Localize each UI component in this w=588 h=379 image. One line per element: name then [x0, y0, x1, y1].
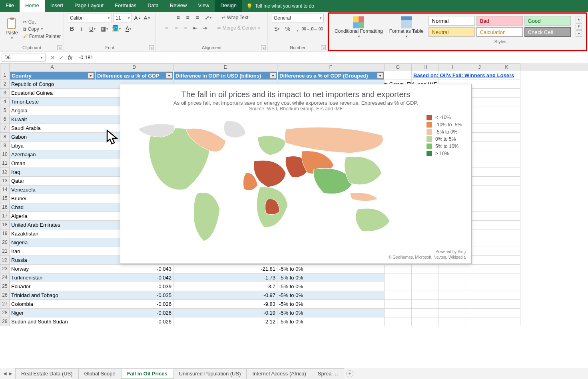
col-header-G[interactable]: G [385, 63, 412, 71]
cell[interactable] [493, 133, 520, 142]
fill-color-button[interactable]: 🪣▾ [111, 25, 122, 33]
cell-country[interactable]: Brunei [10, 194, 95, 203]
row-header[interactable]: 2 [0, 80, 10, 89]
row-header[interactable]: 6 [0, 115, 10, 124]
cell[interactable] [385, 300, 412, 309]
col-header-D[interactable]: D [95, 63, 173, 71]
cell[interactable] [493, 247, 520, 256]
col-header-F[interactable]: F [277, 63, 385, 71]
align-right-button[interactable]: ≡ [182, 24, 190, 32]
enter-formula-button[interactable]: ✓ [59, 54, 64, 61]
cell-country[interactable]: Oman [10, 159, 95, 168]
align-middle-button[interactable]: ≡ [184, 14, 192, 22]
cell[interactable] [493, 159, 520, 168]
cell[interactable] [385, 71, 412, 80]
cell-country[interactable]: Equatorial Guinea [10, 89, 95, 98]
tab-review[interactable]: Review [164, 0, 193, 12]
cell[interactable] [466, 71, 493, 80]
cell-country[interactable]: Kuwait [10, 115, 95, 124]
cell-diff-pct[interactable]: -0.042 [95, 273, 173, 282]
cell[interactable] [493, 282, 520, 291]
row-header[interactable]: 26 [0, 291, 10, 300]
borders-button[interactable]: ▦▾ [99, 25, 110, 33]
cell[interactable] [439, 300, 466, 309]
align-bottom-button[interactable]: ≡ [193, 14, 201, 22]
cell-country[interactable]: Qatar [10, 177, 95, 186]
row-header[interactable]: 16 [0, 203, 10, 212]
cell[interactable] [493, 221, 520, 229]
sheet-tab[interactable]: Real Estate Data (US) [15, 368, 79, 379]
cell[interactable] [466, 309, 493, 317]
format-as-table-button[interactable]: Format as Table▼ [388, 16, 425, 39]
cell-country[interactable]: Azerbaijan [10, 150, 95, 159]
cell[interactable] [493, 98, 520, 106]
cell-diff-group[interactable]: -5% to 0% [277, 291, 385, 300]
col-header-K[interactable]: K [493, 63, 520, 71]
row-header[interactable]: 15 [0, 194, 10, 203]
italic-button[interactable]: I [78, 25, 86, 33]
select-all-corner[interactable] [0, 63, 10, 71]
row-header[interactable]: 9 [0, 142, 10, 150]
decrease-indent-button[interactable]: ⇤ [191, 24, 199, 32]
cell[interactable] [466, 300, 493, 309]
cell[interactable] [493, 291, 520, 300]
cell[interactable] [385, 291, 412, 300]
cell-diff-pct[interactable]: -0.043 [95, 265, 173, 273]
orientation-button[interactable]: ⤢▾ [203, 14, 213, 22]
cell-country[interactable]: Nigeria [10, 238, 95, 247]
row-header[interactable]: 3 [0, 89, 10, 98]
cell[interactable] [439, 291, 466, 300]
cell-country[interactable]: Republic of Congo [10, 80, 95, 89]
cell[interactable] [493, 186, 520, 194]
col-header-I[interactable]: I [439, 63, 466, 71]
cell[interactable] [385, 282, 412, 291]
cell-diff-pct[interactable]: -0.039 [95, 282, 173, 291]
new-sheet-button[interactable]: ＋ [346, 370, 353, 377]
tab-data[interactable]: Data [142, 0, 164, 12]
row-header[interactable]: 24 [0, 273, 10, 282]
based-on-link[interactable]: Based on: Oil's Fall: Winners and Losers [412, 71, 439, 80]
cell[interactable] [466, 317, 493, 326]
increase-indent-button[interactable]: ⇥ [201, 24, 209, 32]
cell[interactable] [466, 291, 493, 300]
header-diff-pct[interactable]: Difference as a % of GDP▾ [95, 71, 173, 80]
cell[interactable] [412, 309, 439, 317]
cut-button[interactable]: ✂Cut [22, 19, 62, 25]
cell-country[interactable]: Chad [10, 203, 95, 212]
tab-design[interactable]: Design [215, 0, 242, 12]
cell[interactable] [493, 238, 520, 247]
row-header[interactable]: 4 [0, 98, 10, 106]
cell[interactable] [439, 309, 466, 317]
cell-diff-group[interactable]: -5% to 0% [277, 265, 385, 273]
cell-country[interactable]: United Arab Emirates [10, 221, 95, 229]
clipboard-launcher[interactable]: ↘ [57, 45, 62, 50]
cancel-formula-button[interactable]: ✕ [50, 54, 55, 61]
cell-diff-pct[interactable]: -0.026 [95, 309, 173, 317]
row-header[interactable]: 11 [0, 159, 10, 168]
cell-country[interactable]: Colombia [10, 300, 95, 309]
col-header-E[interactable]: E [173, 63, 277, 71]
font-color-button[interactable]: A▾ [123, 25, 134, 33]
row-header[interactable]: 10 [0, 150, 10, 159]
cell-diff-usd[interactable]: -1.73 [173, 273, 277, 282]
cell[interactable] [493, 212, 520, 221]
cell-diff-usd[interactable]: -2.12 [173, 317, 277, 326]
cell[interactable] [385, 273, 412, 282]
filter-icon[interactable]: ▾ [377, 72, 383, 79]
cell-diff-usd[interactable]: -3.7 [173, 282, 277, 291]
cell-country[interactable]: Gabon [10, 133, 95, 142]
cell-country[interactable]: Kazakhstan [10, 229, 95, 238]
row-header[interactable]: 22 [0, 256, 10, 265]
row-header[interactable]: 21 [0, 247, 10, 256]
cell-country[interactable]: Saudi Arabia [10, 124, 95, 133]
cell[interactable] [493, 80, 520, 89]
paste-button[interactable]: Paste ▼ [4, 17, 20, 41]
tab-formulas[interactable]: Formulas [109, 0, 142, 12]
tab-insert[interactable]: Insert [45, 0, 69, 12]
cell-country[interactable]: Niger [10, 309, 95, 317]
cell[interactable] [412, 291, 439, 300]
row-header[interactable]: 23 [0, 265, 10, 273]
cell[interactable] [493, 309, 520, 317]
cell[interactable] [493, 194, 520, 203]
format-painter-button[interactable]: 🖌Format Painter [22, 33, 62, 40]
